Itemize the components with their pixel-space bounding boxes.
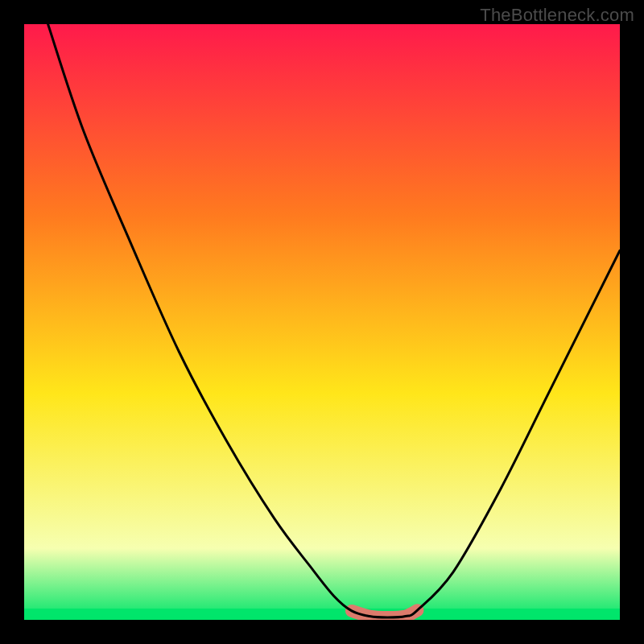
bottom-strip: [24, 609, 620, 620]
plot-area: [24, 24, 620, 620]
gradient-background: [24, 24, 620, 620]
plot-svg: [24, 24, 620, 620]
watermark-label: TheBottleneck.com: [480, 5, 634, 26]
chart-frame: TheBottleneck.com: [0, 0, 644, 644]
